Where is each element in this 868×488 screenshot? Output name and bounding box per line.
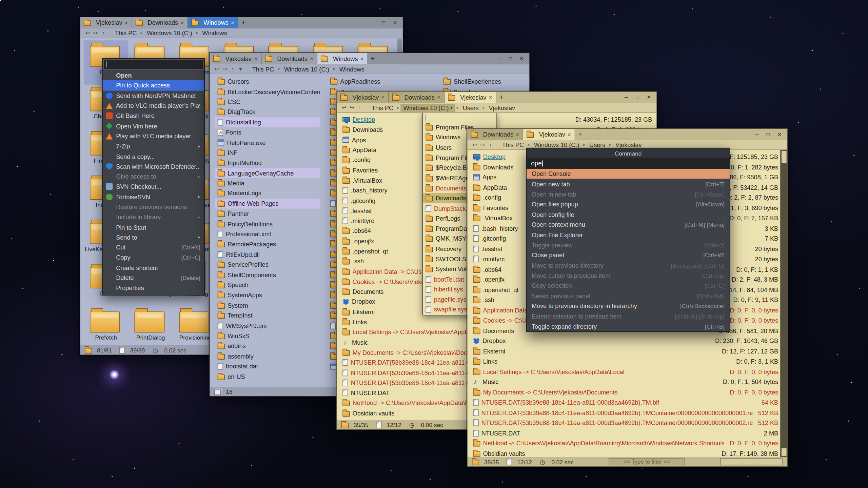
file-row[interactable]: Fonts [215, 127, 320, 137]
command-item[interactable]: Move to previous directory [Backspace] [… [527, 260, 730, 270]
file-row[interactable]: ShellComponents [215, 270, 320, 280]
maximize-button[interactable]: □ [636, 95, 639, 100]
command-item[interactable]: Open files popup [Alt+Down] [527, 199, 730, 209]
context-menu-item[interactable]: SVN Checkout... ▸ [103, 182, 204, 192]
breadcrumb-segment[interactable]: Windows 10 (C:) ▾ [400, 104, 455, 111]
tab-close-icon[interactable]: ✕ [437, 95, 441, 100]
context-menu-item[interactable]: Cut [Ctrl+X] ▸ [103, 242, 204, 252]
breadcrumb-segment[interactable]: Windows 10 (C:) ▾ [144, 29, 195, 37]
file-row[interactable]: System [215, 300, 320, 310]
file-row[interactable]: DtcInstall.log [215, 117, 320, 127]
nav-icon[interactable]: ↪ [479, 142, 487, 148]
nav-icon[interactable]: ↑ [229, 66, 237, 72]
close-button[interactable]: ✕ [519, 56, 524, 61]
file-row[interactable]: Speech [215, 280, 320, 290]
maximize-button[interactable]: □ [767, 132, 770, 137]
dropdown-filter-input[interactable] [423, 113, 496, 122]
context-menu-item[interactable]: Delete [Delete] ▸ [103, 273, 204, 283]
context-menu-item[interactable]: Pin to Quick access ▸ [103, 80, 204, 90]
file-row[interactable]: LanguageOverlayCache [215, 168, 320, 178]
command-item[interactable]: Open new tab [Ctrl+T] [527, 179, 730, 189]
context-menu-item[interactable]: Play with VLC media player ▸ [103, 131, 204, 141]
new-tab-button[interactable]: + [368, 53, 378, 64]
breadcrumb-segment[interactable]: Windows [337, 65, 367, 73]
minimize-button[interactable]: ─ [625, 95, 628, 100]
file-row[interactable]: Panther [215, 209, 320, 219]
nav-icon[interactable]: ↪ [221, 66, 229, 72]
tab[interactable]: Vjekoslav ✕ [80, 17, 132, 28]
file-row[interactable]: addins [215, 341, 320, 351]
command-item[interactable]: Open config file [527, 209, 730, 220]
context-menu-item[interactable]: TortoiseSVN ▸ [103, 192, 204, 202]
close-button[interactable]: ✕ [647, 95, 651, 100]
context-menu-item[interactable]: Create shortcut ▸ [103, 263, 204, 273]
command-item[interactable]: Open in new tab [Ctrl+Enter] [527, 189, 730, 199]
context-menu-item[interactable]: Send to ▸ [103, 232, 204, 242]
nav-icon[interactable]: ↪ [348, 105, 356, 111]
tab[interactable]: Downloads ✕ [389, 92, 445, 103]
file-row[interactable]: NTUSER.DAT{53b39e88-18c4-11ea-a811-000d3… [473, 418, 778, 428]
file-row[interactable]: Music D: 0, F: 1, 504 bytes [473, 377, 778, 387]
file-row[interactable]: PolicyDefinitions [215, 219, 320, 229]
file-row[interactable]: RtlExUpd.dll [215, 249, 320, 260]
nav-icon[interactable]: ↑ [99, 30, 107, 36]
file-row[interactable]: NTUSER.DAT 2 MB [473, 428, 778, 438]
file-row[interactable]: Local Settings -> C:\Users\Vjekoslav\App… [473, 367, 778, 377]
command-item[interactable]: Toggle expand directory [Ctrl+B] [527, 321, 730, 331]
breadcrumb-segment[interactable]: Windows ▾ [199, 29, 230, 37]
nav-icon[interactable]: ↪ [92, 30, 99, 36]
file-row[interactable]: WMSysPr9.prx [215, 321, 320, 331]
minimize-button[interactable]: ─ [497, 56, 501, 61]
file-row[interactable]: NTUSER.DAT{53b39e88-18c4-11ea-a811-000d3… [473, 407, 778, 418]
nav-icon[interactable]: ↑ [487, 142, 494, 148]
new-tab-button[interactable]: + [496, 92, 507, 103]
context-menu-item[interactable]: 7-Zip ▸ [103, 141, 204, 151]
file-row[interactable]: NTUSER.DAT{53b39e88-18c4-11ea-a811-000d3… [473, 397, 778, 407]
tab-close-icon[interactable]: ✕ [231, 20, 234, 25]
command-item[interactable]: Toggle preview [Ctrl+Q] [527, 240, 730, 250]
tab-close-icon[interactable]: ✕ [381, 95, 385, 100]
file-row[interactable]: Offline Web Pages [215, 199, 320, 209]
file-row[interactable]: ServiceProfiles [215, 260, 320, 270]
maximize-button[interactable]: □ [509, 56, 512, 61]
context-menu-item[interactable]: Open Vim here ▸ [103, 121, 204, 131]
minimize-button[interactable]: ─ [755, 132, 759, 137]
tab[interactable]: Downloads ✕ [261, 53, 317, 64]
close-button[interactable]: ✕ [777, 132, 782, 137]
tab-close-icon[interactable]: ✕ [360, 56, 364, 61]
new-tab-button[interactable]: + [238, 17, 249, 28]
nav-icon[interactable]: ↩ [340, 105, 348, 111]
context-menu-item[interactable]: Pin to Start ▸ [103, 222, 204, 232]
context-menu-item[interactable]: Copy [Ctrl+C] ▸ [103, 252, 204, 263]
file-row[interactable]: NetHood -> C:\Users\Vjekoslav\AppData\Ro… [473, 438, 778, 448]
file-row[interactable]: TempInst [215, 310, 320, 321]
command-item[interactable]: Move to previous directory in hierarchy … [527, 301, 730, 311]
folder-item[interactable]: PrintDialog [128, 306, 173, 345]
tab[interactable]: Downloads ✕ [132, 17, 188, 28]
command-item[interactable]: Open File Explorer [527, 230, 730, 240]
file-row[interactable]: InputMethod [215, 158, 320, 168]
tab-close-icon[interactable]: ✕ [568, 132, 571, 137]
context-menu-item[interactable]: Open ▸ [103, 70, 204, 80]
scrollbar-thumb[interactable] [782, 151, 787, 163]
tab[interactable]: Windows ✕ [188, 17, 238, 28]
file-row[interactable]: CSC [215, 97, 320, 107]
context-menu-item[interactable]: Add to VLC media player's Playlist ▸ [103, 101, 204, 111]
file-row[interactable]: SystemApps [215, 290, 320, 300]
file-row[interactable]: assembly [215, 351, 320, 361]
context-menu-item[interactable]: Restore previous versions ▸ [103, 202, 204, 212]
command-item[interactable]: Move cursor to previous item [Ctrl+Up] [527, 270, 730, 281]
context-menu-item[interactable]: Include in library ▸ [103, 212, 204, 222]
breadcrumb-segment[interactable]: Windows 10 (C:) [281, 65, 332, 73]
context-menu-item[interactable]: Scan with Microsoft Defender... ▸ [103, 161, 204, 171]
breadcrumb-segment[interactable]: This PC [249, 65, 277, 73]
file-row[interactable]: HelpPane.exe [215, 137, 320, 147]
tab-close-icon[interactable]: ✕ [254, 56, 258, 61]
nav-icon[interactable]: ↩ [84, 30, 92, 36]
breadcrumb-segment[interactable]: Users ▾ [460, 104, 481, 111]
command-item[interactable]: Extend selection to previous item [Shift… [527, 311, 730, 321]
context-menu-item[interactable]: Send with NordVPN Meshnet ▸ [103, 90, 204, 101]
tab[interactable]: Vjekoslav ✕ [445, 92, 496, 103]
folder-item[interactable]: Prefetch [84, 306, 129, 345]
command-item[interactable]: Copy selection [Ctrl+C] [527, 281, 730, 291]
